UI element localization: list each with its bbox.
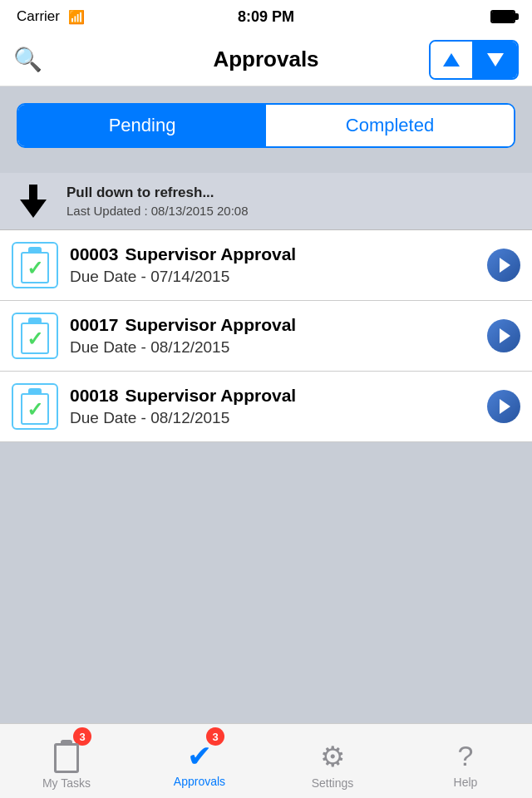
item-icon: ✓ xyxy=(12,242,58,288)
item-title: Supervisor Approval xyxy=(125,244,296,264)
pull-refresh-text: Pull down to refresh... xyxy=(66,185,515,201)
sort-descending-button[interactable] xyxy=(474,42,517,78)
settings-gear-icon: ⚙ xyxy=(320,740,345,773)
background-area xyxy=(0,442,532,525)
item-detail-button[interactable] xyxy=(487,319,520,352)
item-content: 00003 Supervisor Approval Due Date - 07/… xyxy=(70,244,487,286)
clipboard-icon: ✓ xyxy=(19,247,51,283)
item-due-date: Due Date - 07/14/2015 xyxy=(70,268,487,286)
checkmark-icon: ✓ xyxy=(27,398,43,421)
pending-tab[interactable]: Pending xyxy=(18,105,266,146)
tab-approvals[interactable]: 3 ✔ Approvals xyxy=(133,724,266,798)
item-title: Supervisor Approval xyxy=(125,315,296,335)
refresh-arrow-icon xyxy=(20,185,47,218)
tab-bar: 3 My Tasks 3 ✔ Approvals ⚙ Settings ? He… xyxy=(0,723,532,798)
carrier-label: Carrier xyxy=(17,8,60,25)
battery-icon xyxy=(490,10,515,23)
tab-approvals-label: Approvals xyxy=(174,775,225,788)
list-item[interactable]: ✓ 00017 Supervisor Approval Due Date - 0… xyxy=(0,301,532,372)
approvals-list: ✓ 00003 Supervisor Approval Due Date - 0… xyxy=(0,230,532,442)
chevron-right-icon xyxy=(500,328,510,343)
approvals-badge: 3 xyxy=(206,727,224,746)
sort-ascending-button[interactable] xyxy=(431,42,474,78)
search-button[interactable]: 🔍 xyxy=(13,46,42,73)
tab-my-tasks-label: My Tasks xyxy=(42,776,91,790)
item-content: 00017 Supervisor Approval Due Date - 08/… xyxy=(70,315,487,357)
list-item[interactable]: ✓ 00018 Supervisor Approval Due Date - 0… xyxy=(0,372,532,442)
wifi-icon: 📶 xyxy=(68,9,85,25)
tasks-icon xyxy=(52,740,81,773)
refresh-banner: Pull down to refresh... Last Updated : 0… xyxy=(0,173,532,230)
sort-up-icon xyxy=(443,53,460,66)
list-item[interactable]: ✓ 00003 Supervisor Approval Due Date - 0… xyxy=(0,230,532,301)
item-detail-button[interactable] xyxy=(487,249,520,282)
status-time: 8:09 PM xyxy=(238,8,294,26)
last-updated-text: Last Updated : 08/13/2015 20:08 xyxy=(66,204,515,218)
item-id: 00017 xyxy=(70,315,118,335)
completed-tab[interactable]: Completed xyxy=(266,105,514,146)
approvals-check-icon: ✔ xyxy=(187,741,212,771)
chevron-right-icon xyxy=(500,399,510,414)
status-carrier-wifi: Carrier 📶 xyxy=(17,8,85,25)
page-title: Approvals xyxy=(213,47,318,72)
item-due-date: Due Date - 08/12/2015 xyxy=(70,338,487,357)
sort-down-icon xyxy=(487,53,504,66)
header: 🔍 Approvals xyxy=(0,33,532,86)
item-id: 00003 xyxy=(70,244,118,264)
item-id: 00018 xyxy=(70,386,118,406)
tab-my-tasks[interactable]: 3 My Tasks xyxy=(0,724,133,798)
status-bar: Carrier 📶 8:09 PM xyxy=(0,0,532,33)
tab-help[interactable]: ? Help xyxy=(399,724,532,798)
chevron-right-icon xyxy=(500,258,510,273)
tab-settings[interactable]: ⚙ Settings xyxy=(266,724,399,798)
item-icon: ✓ xyxy=(12,383,58,430)
item-icon: ✓ xyxy=(12,313,58,359)
tab-help-label: Help xyxy=(454,776,478,789)
item-content: 00018 Supervisor Approval Due Date - 08/… xyxy=(70,386,487,427)
tab-settings-label: Settings xyxy=(312,776,354,790)
checkmark-icon: ✓ xyxy=(27,328,43,351)
clipboard-icon: ✓ xyxy=(19,318,51,354)
item-detail-button[interactable] xyxy=(487,390,520,423)
segment-control: Pending Completed xyxy=(17,103,515,148)
item-due-date: Due Date - 08/12/2015 xyxy=(70,409,487,427)
sort-controls xyxy=(429,40,519,80)
help-question-icon: ? xyxy=(458,740,474,772)
checkmark-icon: ✓ xyxy=(27,257,43,280)
clipboard-icon: ✓ xyxy=(19,388,51,425)
item-title: Supervisor Approval xyxy=(125,386,296,406)
segment-container: Pending Completed xyxy=(0,86,532,173)
